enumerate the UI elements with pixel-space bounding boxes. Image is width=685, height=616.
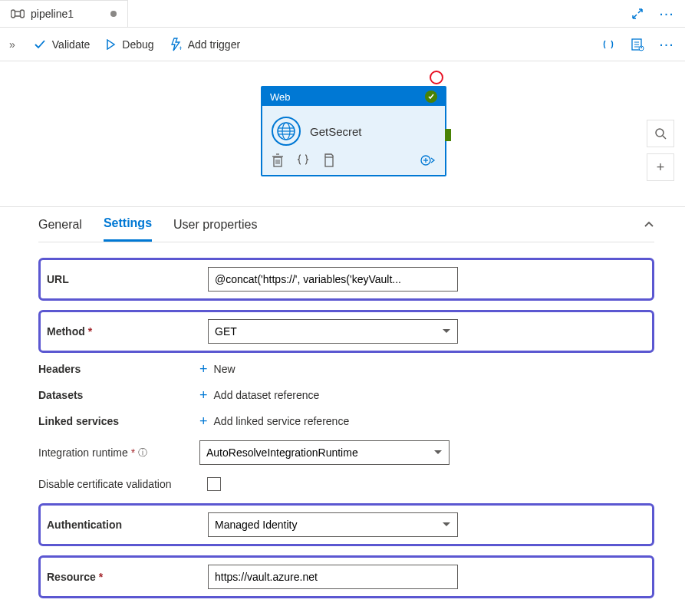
success-handle[interactable] bbox=[445, 129, 451, 141]
collapse-icon[interactable] bbox=[644, 216, 654, 232]
debug-button[interactable]: Debug bbox=[105, 38, 153, 51]
property-tabs: General Settings User properties bbox=[38, 207, 654, 242]
headers-row: Headers + New bbox=[38, 362, 654, 376]
svg-point-25 bbox=[656, 129, 664, 137]
activity-type: Web bbox=[270, 91, 291, 103]
plus-icon: + bbox=[199, 362, 208, 376]
debug-label: Debug bbox=[122, 38, 153, 51]
success-icon bbox=[425, 91, 437, 103]
linked-services-row: Linked services + Add linked service ref… bbox=[38, 414, 654, 428]
search-canvas-button[interactable] bbox=[647, 120, 674, 147]
toolbar: » Validate Debug + Add trigger bbox=[0, 28, 685, 61]
validate-button[interactable]: Validate bbox=[34, 38, 91, 51]
svg-rect-21 bbox=[325, 157, 333, 166]
headers-new-label: New bbox=[214, 363, 235, 375]
tab-settings[interactable]: Settings bbox=[104, 207, 152, 242]
auth-label: Authentication bbox=[47, 519, 208, 531]
svg-rect-0 bbox=[12, 10, 15, 18]
red-circle-annotation bbox=[430, 71, 443, 84]
toolbar-more-icon[interactable]: ··· bbox=[657, 35, 676, 54]
cert-row: Disable certificate validation bbox=[38, 477, 654, 491]
add-trigger-label: Add trigger bbox=[188, 38, 240, 51]
method-select[interactable] bbox=[208, 319, 458, 344]
braces-icon[interactable] bbox=[296, 153, 310, 167]
linked-label: Linked services bbox=[38, 415, 199, 427]
svg-line-26 bbox=[663, 136, 666, 139]
runtime-select[interactable] bbox=[199, 440, 450, 465]
required-mark: * bbox=[88, 325, 92, 338]
authentication-row: Authentication bbox=[38, 503, 654, 546]
datasets-row: Datasets + Add dataset reference bbox=[38, 388, 654, 402]
pipeline-canvas[interactable]: Web GetSecret bbox=[0, 61, 685, 207]
method-label: Method bbox=[47, 325, 85, 338]
integration-runtime-row: Integration runtime * ⓘ bbox=[38, 440, 654, 465]
add-output-icon[interactable] bbox=[420, 154, 436, 166]
required-mark: * bbox=[131, 446, 135, 459]
required-mark: * bbox=[99, 571, 103, 583]
datasets-label: Datasets bbox=[38, 389, 199, 401]
resource-row: Resource * bbox=[38, 555, 654, 598]
tab-user-properties[interactable]: User properties bbox=[173, 209, 257, 241]
datasets-add-label: Add dataset reference bbox=[214, 389, 320, 401]
play-icon bbox=[105, 39, 116, 50]
expand-icon[interactable] bbox=[628, 5, 647, 23]
url-label: URL bbox=[47, 273, 208, 285]
resource-input[interactable] bbox=[208, 565, 458, 589]
activity-name: GetSecret bbox=[310, 125, 362, 138]
expand-sidebar-icon[interactable]: » bbox=[9, 38, 15, 51]
svg-rect-1 bbox=[21, 10, 25, 18]
pipeline-tab[interactable]: pipeline1 bbox=[0, 0, 128, 28]
cert-checkbox[interactable] bbox=[207, 477, 221, 491]
unsaved-indicator bbox=[110, 11, 117, 17]
resource-label: Resource bbox=[47, 571, 96, 583]
method-row: Method * bbox=[38, 310, 654, 353]
copy-icon[interactable] bbox=[322, 153, 334, 167]
runtime-label: Integration runtime bbox=[38, 446, 128, 459]
info-icon[interactable]: ⓘ bbox=[138, 446, 147, 460]
pipeline-icon bbox=[11, 8, 25, 19]
cert-label: Disable certificate validation bbox=[38, 478, 207, 490]
tab-bar: pipeline1 ··· bbox=[0, 0, 685, 28]
delete-icon[interactable] bbox=[272, 153, 284, 167]
activity-header: Web bbox=[262, 87, 445, 106]
linked-add-button[interactable]: + Add linked service reference bbox=[199, 414, 349, 428]
more-icon[interactable]: ··· bbox=[657, 5, 676, 23]
svg-text:+: + bbox=[179, 44, 182, 51]
plus-icon: + bbox=[199, 388, 208, 402]
validate-label: Validate bbox=[52, 38, 91, 51]
add-activity-button[interactable]: + bbox=[647, 153, 674, 181]
linked-add-label: Add linked service reference bbox=[214, 415, 350, 427]
activity-node[interactable]: Web GetSecret bbox=[261, 86, 446, 176]
auth-select[interactable] bbox=[208, 512, 458, 537]
checkmark-icon bbox=[34, 38, 46, 51]
url-row: URL bbox=[38, 258, 654, 301]
tab-title: pipeline1 bbox=[31, 8, 74, 20]
add-trigger-button[interactable]: + Add trigger bbox=[170, 38, 240, 51]
headers-label: Headers bbox=[38, 363, 199, 375]
globe-icon bbox=[272, 117, 301, 146]
properties-icon[interactable] bbox=[628, 35, 647, 54]
headers-new-button[interactable]: + New bbox=[199, 362, 235, 376]
datasets-add-button[interactable]: + Add dataset reference bbox=[199, 388, 319, 402]
plus-icon: + bbox=[199, 414, 208, 428]
url-input[interactable] bbox=[208, 267, 458, 292]
trigger-icon: + bbox=[170, 38, 182, 51]
properties-panel: General Settings User properties URL Met… bbox=[0, 207, 685, 616]
code-icon[interactable] bbox=[599, 35, 617, 54]
tab-general[interactable]: General bbox=[38, 209, 82, 241]
